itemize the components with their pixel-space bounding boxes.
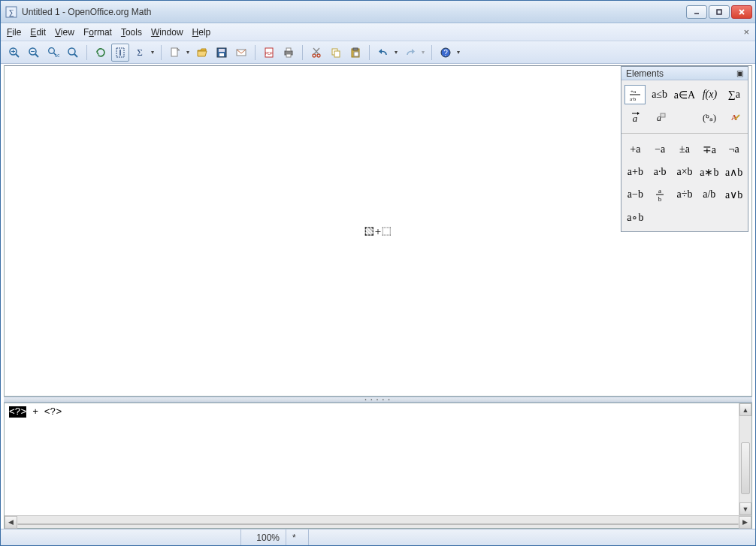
element-categories: +aa·b a≤b a∈A f(x) ∑a a a (ᵇₐ) A (621, 80, 748, 134)
pin-icon[interactable]: ▣ (736, 69, 743, 77)
scroll-right-icon[interactable]: ▶ (739, 516, 751, 529)
svg-text:∑: ∑ (8, 8, 14, 17)
minimize-button[interactable] (686, 5, 707, 19)
cat-relations[interactable]: a≤b (649, 85, 670, 104)
save-button[interactable] (213, 44, 231, 62)
cat-others[interactable]: a (649, 107, 670, 127)
placeholder-2 (383, 227, 391, 235)
zoom-out-button[interactable] (25, 44, 43, 62)
svg-line-35 (314, 48, 319, 54)
copy-button[interactable] (327, 44, 345, 62)
scroll-up-icon[interactable]: ▲ (739, 403, 751, 416)
refresh-button[interactable] (92, 44, 110, 62)
op-0[interactable]: +a (624, 140, 646, 159)
menu-help[interactable]: Help (192, 27, 211, 38)
svg-line-17 (74, 54, 77, 57)
catalog-button[interactable]: Σ (131, 44, 149, 62)
menu-file[interactable]: File (7, 27, 21, 38)
op-11[interactable]: ab (649, 185, 671, 204)
redo-dropdown[interactable]: ▾ (419, 49, 427, 56)
op-8[interactable]: a∗b (698, 162, 720, 182)
export-pdf-button[interactable]: PDF (260, 44, 278, 62)
op-9[interactable]: a∧b (723, 162, 745, 182)
cat-operators[interactable]: ∑a (724, 85, 745, 104)
editor-selection: <?> (9, 406, 26, 418)
statusbar: 100% * (1, 529, 755, 545)
svg-rect-38 (334, 51, 340, 57)
op-3[interactable]: ∓a (698, 140, 720, 159)
zoom-100-button[interactable]: 100 (44, 44, 62, 62)
cat-functions[interactable]: f(x) (699, 85, 720, 104)
undo-dropdown[interactable]: ▾ (392, 49, 400, 56)
menu-view[interactable]: View (55, 27, 74, 38)
status-zoom[interactable]: 100% (241, 529, 286, 545)
op-5[interactable]: a+b (624, 162, 646, 182)
toolbar-overflow-2[interactable]: ▾ (455, 49, 462, 56)
mail-button[interactable] (232, 44, 250, 62)
formula-cursor-button[interactable] (111, 44, 129, 62)
cat-attributes[interactable]: a (624, 107, 646, 127)
svg-text:Σ: Σ (137, 47, 143, 58)
vscroll-thumb[interactable] (741, 442, 750, 494)
cat-empty (673, 107, 696, 127)
op-13[interactable]: a/b (698, 185, 720, 204)
op-2[interactable]: ±a (674, 140, 696, 159)
cat-set[interactable]: a∈A (673, 85, 696, 104)
undo-button[interactable] (374, 44, 392, 62)
new-dropdown[interactable]: ▾ (184, 49, 192, 56)
maximize-button[interactable] (709, 5, 730, 19)
svg-point-34 (317, 54, 320, 57)
svg-marker-23 (177, 48, 180, 50)
formula-preview-pane[interactable]: + Elements ▣ +aa·b a≤b a∈A f(x) ∑a a a (4, 65, 752, 397)
svg-text:a: a (633, 113, 638, 124)
svg-text:100: 100 (55, 53, 59, 58)
zoom-in-button[interactable] (5, 44, 23, 62)
formula-preview: + (365, 225, 391, 237)
menu-tools[interactable]: Tools (121, 27, 142, 38)
horizontal-scrollbar[interactable]: ◀ ▶ (5, 515, 751, 528)
op-4[interactable]: ¬a (723, 140, 745, 159)
svg-rect-25 (219, 49, 225, 52)
svg-rect-32 (286, 54, 291, 57)
formula-editor[interactable]: <?> + <?> (5, 403, 751, 515)
placeholder-1 (365, 227, 373, 235)
print-button[interactable] (280, 44, 298, 62)
document-close-icon[interactable]: × (743, 26, 749, 38)
close-button[interactable] (731, 5, 752, 19)
cat-brackets[interactable]: (ᵇₐ) (699, 107, 720, 127)
cat-formats[interactable]: A (724, 107, 745, 127)
editor-container: <?> + <?> ▲ ▼ ◀ ▶ (4, 403, 752, 529)
new-button[interactable] (166, 44, 184, 62)
op-10[interactable]: a−b (624, 185, 646, 204)
op-12[interactable]: a÷b (674, 185, 696, 204)
elements-panel[interactable]: Elements ▣ +aa·b a≤b a∈A f(x) ∑a a a (ᵇₐ… (621, 66, 748, 232)
menu-edit[interactable]: Edit (30, 27, 46, 38)
help-button[interactable]: ? (437, 44, 455, 62)
op-15[interactable]: a∘b (624, 207, 646, 227)
vertical-scrollbar[interactable]: ▲ ▼ (739, 403, 751, 515)
menu-window[interactable]: Window (151, 27, 183, 38)
svg-text:+a: +a (631, 89, 637, 95)
paste-button[interactable] (346, 44, 364, 62)
svg-line-36 (313, 48, 319, 54)
splitter[interactable]: • • • • • (4, 397, 752, 403)
zoom-button[interactable] (64, 44, 82, 62)
app-window: ∑ Untitled 1 - OpenOffice.org Math File … (0, 0, 756, 546)
cut-button[interactable] (307, 44, 325, 62)
op-6[interactable]: a·b (649, 162, 671, 182)
svg-point-33 (313, 54, 316, 57)
elements-panel-title[interactable]: Elements ▣ (621, 67, 748, 80)
hscroll-thumb[interactable] (17, 523, 739, 525)
svg-point-13 (49, 47, 55, 53)
menu-format[interactable]: Format (83, 27, 112, 38)
op-14[interactable]: a∨b (723, 185, 745, 204)
toolbar-overflow-1[interactable]: ▾ (149, 49, 156, 56)
svg-text:b: b (658, 195, 662, 202)
cat-unary-binary[interactable]: +aa·b (624, 85, 646, 104)
open-button[interactable] (193, 44, 211, 62)
op-7[interactable]: a×b (674, 162, 696, 182)
redo-button[interactable] (401, 44, 419, 62)
scroll-down-icon[interactable]: ▼ (739, 502, 751, 515)
op-1[interactable]: −a (649, 140, 671, 159)
scroll-left-icon[interactable]: ◀ (5, 516, 17, 529)
